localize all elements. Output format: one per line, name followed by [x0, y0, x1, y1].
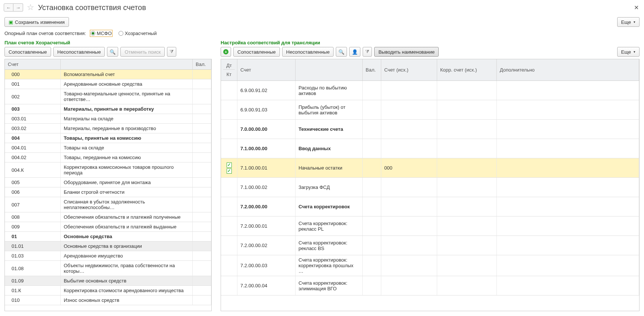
table-row[interactable]: 007Списанная в убыток задолженность непл…: [5, 197, 211, 212]
cell-desc: Счета корректировок: рекласс BS: [296, 236, 363, 255]
table-row[interactable]: 01.ККорректировка стоимости арендованног…: [5, 286, 211, 296]
cell-val: [193, 114, 211, 123]
right-unmatched-button[interactable]: Несопоставленные: [282, 47, 334, 57]
right-add-button[interactable]: +: [221, 47, 231, 57]
table-row[interactable]: 000Вспомогательный счет: [5, 70, 211, 79]
table-row[interactable]: 7.1.00.00.00Ввод данных: [221, 139, 639, 158]
cell-src: [381, 139, 437, 158]
table-row[interactable]: 008Обеспечения обязательств и платежей п…: [5, 212, 211, 222]
right-col-account[interactable]: Счет: [237, 59, 296, 80]
cell-dtkt: [221, 255, 237, 276]
cell-name: Товары на складе: [61, 143, 193, 152]
cell-val: [363, 158, 381, 177]
table-row[interactable]: 010Износ основных средств: [5, 296, 211, 305]
right-more-button[interactable]: Еще ▾: [617, 47, 640, 57]
table-row[interactable]: 004.02Товары, переданные на комиссию: [5, 153, 211, 162]
funnel-icon: ⧩: [365, 49, 369, 55]
right-col-extra[interactable]: Дополнительно: [497, 59, 639, 80]
cell-desc: Технические счета: [296, 120, 363, 139]
radio-hozraschet[interactable]: Хозрасчетный: [118, 30, 158, 37]
chevron-down-icon: ▾: [634, 20, 635, 24]
checkbox-dt-icon[interactable]: ✓: [227, 162, 232, 168]
table-row[interactable]: 7.2.00.00.03Счета корректировок: коррект…: [221, 255, 639, 276]
radio-msfo[interactable]: МСФО: [90, 30, 113, 37]
left-matched-button[interactable]: Сопоставленные: [4, 47, 51, 57]
table-row[interactable]: 7.2.00.00.00Счета корректировок: [221, 197, 639, 217]
left-col-account[interactable]: Счет: [5, 59, 61, 69]
table-row[interactable]: 004Товары, принятые на комиссию: [5, 133, 211, 143]
right-col-src[interactable]: Счет (исх.): [381, 59, 437, 80]
right-shownames-button[interactable]: Выводить наименование: [374, 47, 439, 57]
table-row[interactable]: 003.01Материалы на складе: [5, 114, 211, 124]
cell-desc: Расходы по выбытию активов: [296, 81, 363, 100]
cell-account: 7.2.00.00.03: [237, 255, 296, 276]
table-row[interactable]: 01.03Арендованное имущество: [5, 251, 211, 261]
table-row[interactable]: 006Бланки строгой отчетности: [5, 187, 211, 197]
cell-extra: [497, 255, 639, 276]
left-col-val[interactable]: Вал.: [193, 59, 211, 69]
left-grid[interactable]: Счет Вал. 000Вспомогательный счет001Арен…: [4, 59, 212, 311]
cell-src: [381, 276, 437, 295]
more-button[interactable]: Еще ▾: [617, 17, 640, 27]
table-row[interactable]: 005Оборудование, принятое для монтажа: [5, 178, 211, 187]
cell-corr: [437, 255, 497, 276]
cell-val: [193, 276, 211, 285]
cell-extra: [497, 178, 639, 197]
table-row[interactable]: 01.08Объекты недвижимости, права собстве…: [5, 261, 211, 276]
cell-src: [381, 255, 437, 276]
left-filter-button[interactable]: ⧩: [167, 47, 176, 57]
table-row[interactable]: 009Обеспечения обязательств и платежей в…: [5, 222, 211, 232]
table-row[interactable]: 7.2.00.00.01Счета корректировок: рекласс…: [221, 217, 639, 236]
cell-code: 01.К: [5, 286, 61, 295]
table-row[interactable]: 6.9.00.91.02Расходы по выбытию активов: [221, 81, 639, 100]
nav-back-button[interactable]: ←: [4, 3, 13, 12]
right-grid[interactable]: Дт Кт Счет Вал. Счет (исх.) Корр. счет (…: [221, 59, 640, 311]
favorite-star-icon[interactable]: ☆: [27, 3, 34, 12]
table-row[interactable]: ✓✓7.1.00.00.01Начальные остатки000: [221, 158, 639, 178]
radio-hozraschet-label: Хозрасчетный: [125, 31, 157, 36]
cell-name: Износ основных средств: [61, 296, 193, 305]
table-row[interactable]: 01.09Выбытие основных средств: [5, 276, 211, 286]
table-row[interactable]: 6.9.00.91.03Прибыль (убыток) от выбытия …: [221, 100, 639, 120]
close-icon[interactable]: ✕: [632, 3, 640, 13]
right-filter-button[interactable]: ⧩: [363, 47, 372, 57]
table-row[interactable]: 003Материалы, принятые в переработку: [5, 104, 211, 114]
table-row[interactable]: 004.ККорректировка комиссионных товаров …: [5, 162, 211, 178]
left-cancel-search-button[interactable]: Отменить поиск: [120, 47, 165, 57]
cell-account: 7.2.00.00.04: [237, 276, 296, 295]
table-row[interactable]: 002Товарно-материальные ценности, принят…: [5, 89, 211, 104]
table-row[interactable]: 003.02Материалы, переданные в производст…: [5, 124, 211, 133]
cell-corr: [437, 197, 497, 216]
right-grid-body: 6.9.00.91.02Расходы по выбытию активов6.…: [221, 81, 639, 296]
table-row[interactable]: 004.01Товары на складе: [5, 143, 211, 153]
table-row[interactable]: 01.01Основные средства в организации: [5, 241, 211, 251]
left-search-button[interactable]: 🔍: [107, 47, 118, 57]
left-pane-toolbar: Сопоставленные Несопоставленные 🔍 Отмени…: [0, 47, 216, 59]
cell-val: [363, 139, 381, 158]
checkbox-kt-icon[interactable]: ✓: [227, 168, 232, 174]
right-col-desc[interactable]: [296, 59, 363, 80]
cell-code: 009: [5, 222, 61, 231]
cell-dtkt: [221, 139, 237, 158]
cell-name: Основные средства: [61, 232, 193, 241]
save-button[interactable]: ▣ Сохранить изменения: [4, 17, 69, 27]
cell-val: [363, 81, 381, 100]
nav-forward-button[interactable]: →: [13, 3, 23, 12]
right-pane: Настройка соответствий для трансляции + …: [216, 40, 644, 311]
table-row[interactable]: 7.2.00.00.04Счета корректировок: элимина…: [221, 276, 639, 296]
right-col-corr[interactable]: Корр. счет (исх.): [437, 59, 497, 80]
table-row[interactable]: 7.2.00.00.02Счета корректировок: рекласс…: [221, 236, 639, 255]
right-col-val[interactable]: Вал.: [363, 59, 381, 80]
cell-name: Арендованное имущество: [61, 251, 193, 260]
table-row[interactable]: 7.0.00.00.00Технические счета: [221, 120, 639, 139]
right-col-dtkt[interactable]: Дт Кт: [221, 59, 237, 80]
right-matched-button[interactable]: Сопоставленные: [233, 47, 280, 57]
cell-src: [381, 100, 437, 119]
right-search-button[interactable]: 🔍: [336, 47, 347, 57]
cell-account: 7.2.00.00.00: [237, 197, 296, 216]
table-row[interactable]: 01Основные средства: [5, 232, 211, 241]
left-col-name[interactable]: [61, 59, 193, 69]
left-unmatched-button[interactable]: Несопоставленные: [53, 47, 105, 57]
table-row[interactable]: 7.1.00.00.02Загрузка ФСД: [221, 178, 639, 197]
table-row[interactable]: 001Арендованные основные средства: [5, 79, 211, 89]
